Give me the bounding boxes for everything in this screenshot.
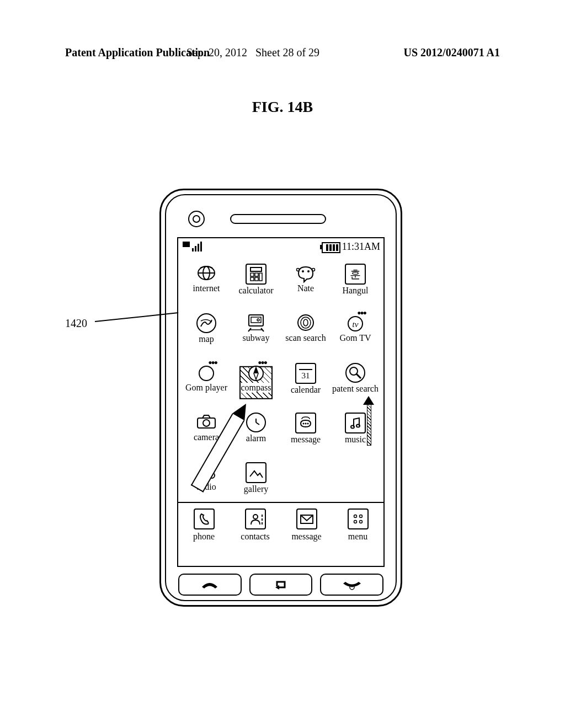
fingerprint-icon [296, 313, 315, 332]
app-gom-player[interactable]: ●●● Gom player [182, 363, 231, 410]
svg-point-38 [356, 425, 360, 427]
chat-bubble-icon [296, 264, 315, 282]
app-label: camera [194, 432, 219, 442]
app-label: patent search [332, 384, 379, 394]
svg-point-47 [354, 515, 356, 518]
signal-icon [183, 242, 202, 251]
dock-contacts[interactable]: contacts [230, 508, 281, 566]
figure-title: FIG. 14B [0, 98, 565, 116]
header-date: Sep. 20, 2012 [186, 46, 247, 58]
svg-point-50 [359, 521, 362, 523]
map-icon [196, 313, 216, 333]
svg-point-33 [203, 420, 210, 426]
scroll-up-arrow-icon [365, 396, 372, 446]
svg-rect-4 [250, 273, 254, 276]
svg-point-42 [253, 515, 258, 519]
app-label: calendar [291, 385, 321, 395]
hardware-buttons [178, 574, 383, 596]
calculator-icon [246, 264, 266, 285]
svg-rect-7 [255, 277, 258, 281]
dock-message[interactable]: message [281, 508, 332, 566]
app-label: music [345, 435, 366, 445]
app-gom-tv[interactable]: ●●● tv Gom TV [331, 313, 380, 361]
header-right: US 2012/0240071 A1 [404, 46, 500, 59]
app-label: gallery [244, 484, 268, 494]
app-scan-search[interactable]: scan search [281, 313, 331, 361]
dock-label: menu [348, 532, 368, 542]
dock-label: message [291, 532, 321, 542]
hw-back-button[interactable] [249, 574, 313, 596]
header-sheet: Sheet 28 of 29 [255, 46, 319, 58]
svg-point-36 [307, 423, 309, 425]
svg-point-25 [199, 366, 214, 381]
back-arrow-icon [273, 579, 289, 591]
app-label: Gom TV [339, 333, 371, 343]
svg-point-34 [303, 423, 305, 425]
gallery-icon [246, 462, 266, 483]
app-map[interactable]: map [182, 313, 231, 361]
app-label: calculator [238, 286, 273, 296]
dock-label: phone [193, 532, 215, 542]
svg-line-31 [356, 374, 361, 378]
svg-point-30 [350, 367, 358, 375]
phone-device: 11:31AM internet calculator Nate [159, 189, 402, 607]
clock-text: 11:31AM [342, 241, 380, 253]
app-label: alarm [246, 433, 266, 443]
calendar-day: 31 [302, 371, 310, 380]
contacts-icon [245, 508, 266, 529]
status-bar: 11:31AM [178, 238, 383, 256]
app-label: compass [241, 383, 271, 393]
dock-phone[interactable]: phone [178, 508, 230, 566]
bear-paw-icon: ●●● [208, 358, 217, 367]
svg-point-48 [359, 515, 362, 518]
dock-bar: phone contacts message menu [178, 502, 383, 566]
compass-icon: ●●● [247, 363, 265, 382]
app-message[interactable]: message [281, 413, 331, 460]
dock-label: contacts [241, 532, 269, 542]
front-camera-icon [188, 211, 205, 227]
svg-point-11 [297, 269, 300, 271]
app-label: message [291, 435, 321, 445]
svg-point-49 [354, 521, 356, 523]
app-label: map [199, 334, 214, 344]
subway-icon [247, 313, 265, 332]
app-music[interactable]: music [331, 413, 380, 460]
earpiece-icon [230, 214, 326, 224]
bear-paw-icon: ●●● [357, 309, 366, 317]
svg-point-9 [302, 270, 304, 272]
svg-rect-6 [250, 277, 254, 281]
battery-icon [322, 242, 340, 253]
reference-numeral: 1420 [65, 317, 87, 330]
camera-icon [197, 413, 216, 431]
app-calculator[interactable]: calculator [231, 264, 281, 311]
svg-point-12 [312, 269, 315, 271]
app-label: Nate [297, 283, 314, 293]
app-label: Gom player [185, 383, 227, 393]
svg-point-37 [351, 426, 354, 429]
app-label: scan search [285, 333, 326, 343]
hw-call-button[interactable] [178, 574, 242, 596]
envelope-icon [296, 508, 317, 529]
globe-icon [197, 264, 216, 282]
dock-menu[interactable]: menu [332, 508, 383, 566]
app-label: subway [243, 333, 270, 343]
hangul-icon: 훈 [345, 264, 366, 285]
app-label: Hangul [342, 286, 368, 296]
app-subway[interactable]: subway [231, 313, 281, 361]
app-nate[interactable]: Nate [281, 264, 331, 311]
svg-point-16 [257, 319, 259, 321]
gom-player-icon: ●●● [197, 363, 216, 382]
app-label: internet [193, 283, 220, 293]
app-calendar[interactable]: 31 calendar [281, 363, 331, 410]
svg-point-10 [307, 270, 310, 272]
message-stack-icon [295, 413, 316, 433]
bear-paw-icon: ●●● [258, 358, 266, 367]
app-hangul[interactable]: 훈 Hangul [331, 264, 380, 311]
svg-point-21 [301, 317, 311, 328]
hw-end-button[interactable] [320, 574, 383, 596]
app-internet[interactable]: internet [182, 264, 231, 311]
svg-rect-8 [259, 273, 262, 281]
phone-screen: 11:31AM internet calculator Nate [177, 237, 385, 567]
phone-handset-icon [194, 508, 215, 529]
handset-icon [199, 579, 221, 590]
